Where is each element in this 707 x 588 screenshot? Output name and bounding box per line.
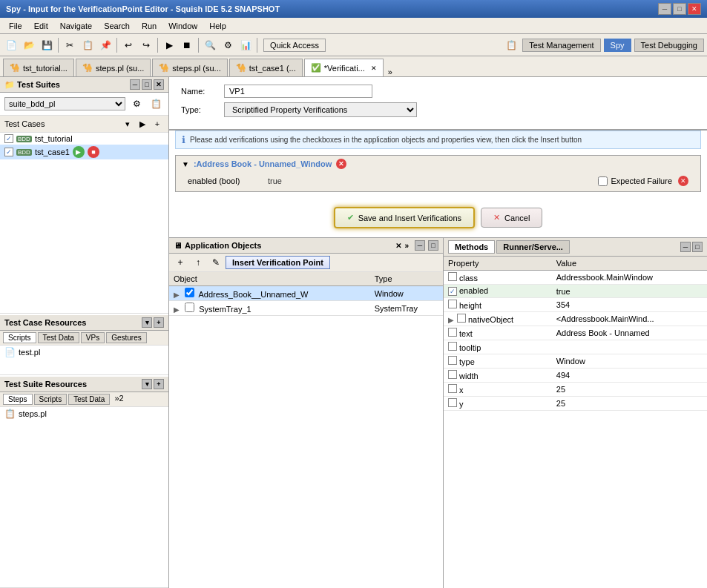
prop-row-2[interactable]: height354 — [444, 298, 707, 312]
resources-add[interactable]: + — [154, 317, 164, 328]
toolbar-copy[interactable]: 📋 — [79, 37, 96, 53]
resources-tab-scripts[interactable]: Scripts — [3, 332, 36, 343]
suite-add-btn[interactable]: 📋 — [148, 96, 164, 112]
suite-res-menu[interactable]: ▾ — [142, 379, 152, 389]
toolbar-misc2[interactable]: ⚙ — [220, 37, 236, 53]
prop-checkbox-9[interactable] — [448, 398, 457, 407]
suite-dropdown[interactable]: suite_bdd_pl — [4, 97, 125, 110]
tab-overflow-icon[interactable]: » — [388, 67, 392, 76]
prop-checkbox-4[interactable] — [448, 328, 457, 337]
prop-row-7[interactable]: width494 — [444, 369, 707, 383]
toolbar-redo[interactable]: ↪ — [138, 37, 154, 53]
test-case-row-1[interactable]: ✓ BDD tst_case1 ▶ ■ — [0, 145, 168, 159]
prop-row-9[interactable]: y25 — [444, 397, 707, 411]
nav-tab-debug[interactable]: Test Debugging — [634, 39, 704, 52]
stop-btn-1[interactable]: ■ — [88, 146, 99, 158]
maximize-button[interactable]: □ — [673, 3, 686, 15]
obj-row-0[interactable]: ▶ Address_Book__Unnamed_W Window — [169, 286, 443, 301]
app-objects-minimize[interactable]: ─ — [415, 240, 425, 251]
prop-checkbox-2[interactable] — [448, 300, 457, 308]
toolbar-open[interactable]: 📂 — [21, 37, 37, 53]
cancel-button[interactable]: ✕ Cancel — [481, 208, 542, 228]
suite-tabs-overflow[interactable]: »2 — [114, 394, 123, 405]
prop-row-1[interactable]: ✓enabledtrue — [444, 285, 707, 298]
editor-tab-1[interactable]: 🐪 steps.pl (su... — [76, 59, 151, 76]
test-case-checkbox-1[interactable]: ✓ — [4, 148, 13, 156]
suite-res-add[interactable]: + — [154, 379, 164, 389]
toolbar-paste[interactable]: 📌 — [97, 37, 114, 53]
app-tb-edit[interactable]: ✎ — [208, 255, 224, 270]
test-suites-maximize[interactable]: □ — [142, 79, 152, 90]
test-cases-menu[interactable]: ▾ — [121, 117, 134, 131]
resources-tab-testdata[interactable]: Test Data — [38, 332, 79, 343]
prop-checkbox-0[interactable] — [448, 272, 457, 281]
editor-tab-2[interactable]: 🐪 steps.pl (su... — [152, 59, 227, 76]
toolbar-extra1[interactable]: 📋 — [503, 37, 519, 53]
suite-settings-btn[interactable]: ⚙ — [128, 96, 145, 112]
app-objects-maximize[interactable]: □ — [428, 240, 438, 251]
resource-file-0[interactable]: 📄 test.pl — [0, 346, 168, 359]
prop-checkbox-7[interactable] — [448, 370, 457, 379]
nav-tab-test-management[interactable]: Test Management — [522, 39, 600, 52]
prop-checkbox-3[interactable] — [457, 314, 466, 323]
prop-row-8[interactable]: x25 — [444, 383, 707, 397]
menu-navigate[interactable]: Navigate — [54, 20, 98, 32]
prop-row-6[interactable]: typeWindow — [444, 354, 707, 369]
properties-minimize[interactable]: ─ — [680, 242, 691, 252]
editor-tab-3[interactable]: 🐪 tst_case1 (... — [229, 59, 303, 76]
prop-checkbox-6[interactable] — [448, 356, 457, 365]
obj-row-1[interactable]: ▶ SystemTray_1 SystemTray — [169, 301, 443, 316]
toolbar-misc3[interactable]: 📊 — [237, 37, 254, 53]
app-tb-add[interactable]: + — [172, 255, 188, 270]
menu-edit[interactable]: Edit — [28, 20, 54, 32]
prop-checkbox-1[interactable]: ✓ — [448, 287, 457, 296]
test-suites-close[interactable]: ✕ — [154, 79, 164, 90]
menu-help[interactable]: Help — [203, 20, 232, 32]
test-cases-run[interactable]: ▶ — [136, 117, 149, 131]
menu-search[interactable]: Search — [98, 20, 136, 32]
suite-tab-steps[interactable]: Steps — [3, 394, 33, 405]
menu-run[interactable]: Run — [136, 20, 162, 32]
run-btn-1[interactable]: ▶ — [73, 146, 85, 158]
expand-btn-1[interactable]: ▶ — [174, 305, 180, 314]
toolbar-stop[interactable]: ⏹ — [179, 37, 195, 53]
error-badge[interactable]: ✕ — [336, 159, 346, 169]
toolbar-undo[interactable]: ↩ — [120, 37, 137, 53]
resources-tab-gestures[interactable]: Gestures — [106, 332, 147, 343]
insert-vp-button[interactable]: Insert Verification Point — [226, 256, 330, 269]
nav-tab-spy[interactable]: Spy — [604, 39, 631, 52]
prop-row-4[interactable]: textAddress Book - Unnamed — [444, 326, 707, 340]
menu-file[interactable]: File — [3, 20, 28, 32]
app-objects-close-icon[interactable]: ✕ — [395, 242, 401, 250]
prop-row-0[interactable]: classAddressbook.MainWindow — [444, 271, 707, 285]
properties-maximize[interactable]: □ — [692, 242, 703, 252]
props-tab-runner[interactable]: Runner/Serve... — [496, 240, 570, 254]
test-cases-add[interactable]: + — [151, 117, 164, 131]
toolbar-run[interactable]: ▶ — [161, 37, 177, 53]
tab-close-icon-4[interactable]: ✕ — [371, 65, 377, 72]
props-tab-methods[interactable]: Methods — [448, 240, 495, 254]
editor-tab-4[interactable]: ✅ *Verificati... ✕ — [304, 59, 384, 76]
minimize-button[interactable]: ─ — [658, 3, 671, 15]
app-objects-overflow[interactable]: » — [404, 242, 409, 250]
expected-failure-checkbox[interactable] — [598, 176, 608, 186]
collapse-icon[interactable]: ▼ — [182, 160, 189, 168]
toolbar-new[interactable]: 📄 — [3, 37, 19, 53]
obj-checkbox-1[interactable] — [185, 303, 194, 312]
vp-name-input[interactable] — [224, 85, 372, 98]
resources-menu[interactable]: ▾ — [142, 317, 152, 328]
test-case-row-0[interactable]: ✓ BDD tst_tutorial — [0, 133, 168, 145]
test-suites-minimize[interactable]: ─ — [130, 79, 140, 90]
toolbar-cut[interactable]: ✂ — [62, 37, 78, 53]
toolbar-misc1[interactable]: 🔍 — [202, 37, 218, 53]
app-tb-up[interactable]: ↑ — [190, 255, 206, 270]
vp-type-select[interactable]: Scriptified Property Verifications — [224, 102, 417, 117]
prop-checkbox-5[interactable] — [448, 342, 457, 351]
expected-failure-remove[interactable]: ✕ — [678, 176, 688, 186]
prop-row-5[interactable]: tooltip — [444, 340, 707, 354]
resources-tab-vps[interactable]: VPs — [81, 332, 105, 343]
quick-access-button[interactable]: Quick Access — [263, 39, 326, 52]
expand-btn-0[interactable]: ▶ — [174, 291, 180, 299]
obj-checkbox-0[interactable] — [185, 288, 194, 297]
save-insert-button[interactable]: ✔ Save and Insert Verifications — [334, 207, 475, 228]
